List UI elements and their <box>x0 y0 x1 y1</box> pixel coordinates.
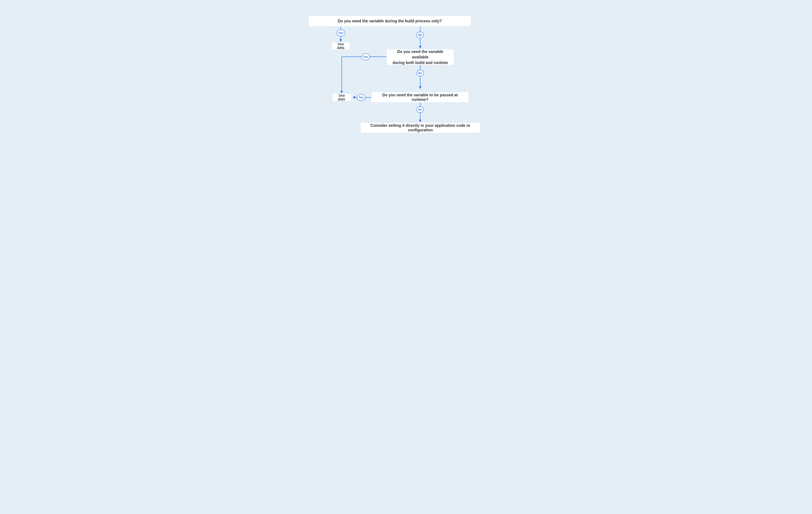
answer-final-text: Consider setting it directly in your app… <box>366 123 474 132</box>
badge-no-1-text: No <box>418 33 422 37</box>
question-build-and-runtime: Do you need the variable available durin… <box>386 49 454 65</box>
badge-yes-3-text: Yes <box>359 96 364 99</box>
flowchart-canvas: Do you need the variable during the buil… <box>277 0 535 164</box>
answer-use-arg-text: Use ARG <box>335 42 346 50</box>
answer-use-arg: Use ARG <box>331 42 350 50</box>
badge-yes-2: Yes <box>361 54 370 60</box>
badge-no-3-text: No <box>418 108 422 111</box>
question-passed-at-runtime: Do you need the variable to be passed at… <box>371 92 469 103</box>
question-build-only: Do you need the variable during the buil… <box>309 16 471 27</box>
badge-yes-2-text: Yes <box>363 55 368 59</box>
badge-yes-1: Yes <box>337 30 345 36</box>
question-build-only-text: Do you need the variable during the buil… <box>338 19 442 23</box>
question-build-and-runtime-line2: during both build and runtime <box>393 60 448 65</box>
badge-yes-1-text: Yes <box>338 31 343 35</box>
question-build-and-runtime-line1: Do you need the variable available <box>397 49 443 59</box>
answer-final: Consider setting it directly in your app… <box>360 123 481 133</box>
question-build-and-runtime-text: Do you need the variable available durin… <box>392 49 448 65</box>
badge-no-2-text: No <box>418 72 422 75</box>
badge-no-1: No <box>416 32 424 38</box>
badge-yes-3: Yes <box>357 94 366 101</box>
question-passed-at-runtime-text: Do you need the variable to be passed at… <box>377 93 463 102</box>
badge-no-2: No <box>416 70 424 76</box>
answer-use-env-text: Use ENV <box>336 93 348 101</box>
answer-use-env: Use ENV <box>332 93 351 101</box>
badge-no-3: No <box>416 107 424 113</box>
